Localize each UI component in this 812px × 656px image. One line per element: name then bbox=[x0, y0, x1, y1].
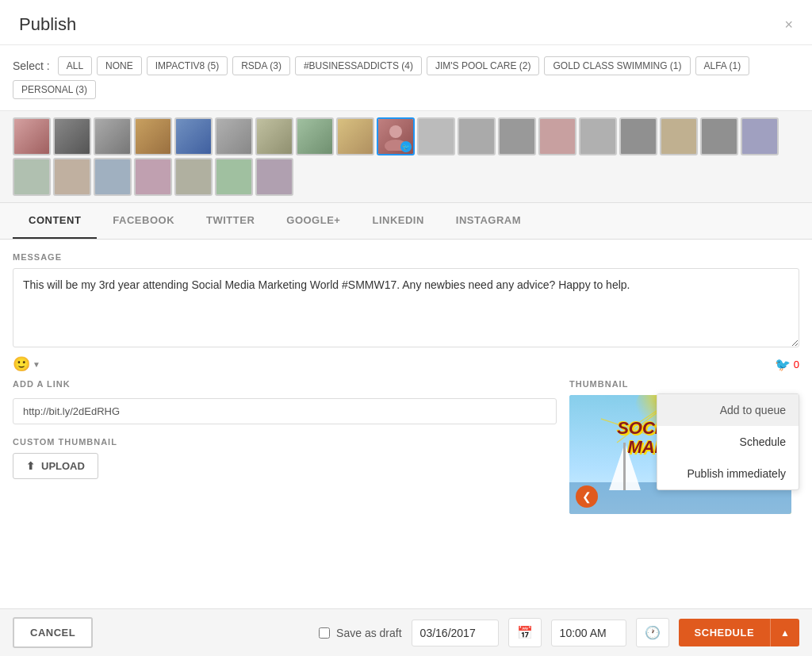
char-count: 0 bbox=[794, 359, 799, 370]
select-bar: Select : ALL NONE IMPACTIV8 (5) RSDA (3)… bbox=[0, 45, 812, 111]
avatar-5[interactable] bbox=[174, 117, 213, 155]
add-link-label: ADD A LINK bbox=[13, 379, 557, 389]
date-input[interactable] bbox=[412, 620, 499, 646]
schedule-dropdown-toggle[interactable]: ▲ bbox=[770, 619, 799, 646]
avatar-14[interactable] bbox=[538, 117, 576, 155]
select-alfa[interactable]: ALFA (1) bbox=[695, 56, 750, 75]
thumbnail-label: THUMBNAIL bbox=[569, 379, 799, 389]
two-col-layout: ADD A LINK CUSTOM THUMBNAIL ⬆ UPLOAD THU… bbox=[13, 379, 799, 514]
tab-google-plus[interactable]: GOOGLE+ bbox=[270, 203, 356, 239]
emoji-toolbar: 🙂 ▼ 🐦 0 bbox=[13, 355, 799, 373]
avatar-21[interactable] bbox=[53, 158, 91, 196]
select-none[interactable]: NONE bbox=[97, 56, 142, 75]
avatar-24[interactable] bbox=[174, 158, 213, 196]
upload-button[interactable]: ⬆ UPLOAD bbox=[13, 453, 98, 479]
avatar-7[interactable] bbox=[255, 117, 293, 155]
tab-instagram[interactable]: INSTAGRAM bbox=[440, 203, 537, 239]
thumbnail-area: SOCIAL MEDIAMARKETING ❮ Add to queue Sch… bbox=[569, 395, 799, 514]
avatar-15[interactable] bbox=[579, 117, 617, 155]
modal-header: Publish × bbox=[0, 0, 812, 45]
select-rsda[interactable]: RSDA (3) bbox=[232, 56, 290, 75]
tab-content[interactable]: CONTENT bbox=[13, 203, 97, 239]
save-draft-wrap: Save as draft bbox=[319, 627, 402, 639]
right-column: THUMBNAIL bbox=[569, 379, 799, 514]
avatar-1[interactable] bbox=[13, 117, 51, 155]
time-input[interactable] bbox=[551, 620, 626, 646]
modal-title: Publish bbox=[19, 14, 76, 35]
svg-point-0 bbox=[389, 125, 402, 138]
select-impactiv8[interactable]: IMPACTIV8 (5) bbox=[147, 56, 228, 75]
avatar-8[interactable] bbox=[296, 117, 334, 155]
tabs-bar: CONTENT FACEBOOK TWITTER GOOGLE+ LINKEDI… bbox=[0, 203, 812, 240]
left-column: ADD A LINK CUSTOM THUMBNAIL ⬆ UPLOAD bbox=[13, 379, 557, 514]
avatar-19[interactable] bbox=[741, 117, 779, 155]
avatar-2[interactable] bbox=[53, 117, 91, 155]
save-draft-label[interactable]: Save as draft bbox=[336, 627, 402, 639]
avatar-25[interactable] bbox=[215, 158, 253, 196]
avatar-10[interactable]: 🐦 bbox=[377, 117, 415, 155]
avatar-22[interactable] bbox=[94, 158, 132, 196]
avatar-16[interactable] bbox=[619, 117, 657, 155]
footer-bar: CANCEL Save as draft 📅 🕐 SCHEDULE ▲ bbox=[0, 608, 812, 656]
select-jims-pool-care[interactable]: JIM'S POOL CARE (2) bbox=[427, 56, 540, 75]
dropdown-add-to-queue[interactable]: Add to queue bbox=[657, 394, 799, 426]
schedule-dropdown-menu: Add to queue Schedule Publish immediatel… bbox=[657, 393, 799, 490]
char-counter: 🐦 0 bbox=[775, 357, 799, 372]
select-label: Select : bbox=[13, 59, 50, 72]
content-area: MESSAGE This will be my 3rd year attendi… bbox=[0, 240, 812, 520]
avatar-12[interactable] bbox=[458, 117, 496, 155]
tab-facebook[interactable]: FACEBOOK bbox=[97, 203, 190, 239]
thumbnail-prev-button[interactable]: ❮ bbox=[576, 485, 598, 508]
avatar-26[interactable] bbox=[255, 158, 293, 196]
emoji-dropdown-icon: ▼ bbox=[33, 360, 40, 369]
avatar-20[interactable] bbox=[13, 158, 51, 196]
schedule-button-group: SCHEDULE ▲ bbox=[679, 619, 799, 646]
link-input[interactable] bbox=[13, 398, 557, 424]
dropdown-publish-immediately[interactable]: Publish immediately bbox=[657, 458, 799, 489]
clock-icon-button[interactable]: 🕐 bbox=[636, 618, 669, 647]
cancel-button[interactable]: CANCEL bbox=[13, 617, 93, 648]
tab-twitter[interactable]: TWITTER bbox=[190, 203, 270, 239]
avatar-23[interactable] bbox=[134, 158, 172, 196]
avatar-18[interactable] bbox=[700, 117, 738, 155]
avatar-3[interactable] bbox=[94, 117, 132, 155]
tab-linkedin[interactable]: LINKEDIN bbox=[356, 203, 439, 239]
select-all[interactable]: ALL bbox=[58, 56, 92, 75]
dropdown-schedule[interactable]: Schedule bbox=[657, 426, 799, 458]
avatar-9[interactable] bbox=[336, 117, 374, 155]
smiley-icon: 🙂 bbox=[13, 355, 30, 373]
calendar-icon-button[interactable]: 📅 bbox=[508, 618, 542, 647]
twitter-badge: 🐦 bbox=[400, 141, 412, 152]
emoji-button[interactable]: 🙂 ▼ bbox=[13, 355, 40, 373]
custom-thumbnail-label: CUSTOM THUMBNAIL bbox=[13, 437, 557, 447]
save-draft-checkbox[interactable] bbox=[319, 627, 330, 639]
avatar-6[interactable] bbox=[215, 117, 253, 155]
message-textarea[interactable]: This will be my 3rd year attending Socia… bbox=[13, 268, 799, 347]
avatar-4[interactable] bbox=[134, 117, 172, 155]
message-label: MESSAGE bbox=[13, 252, 799, 262]
select-gold-class[interactable]: GOLD CLASS SWIMMING (1) bbox=[544, 56, 690, 75]
twitter-icon: 🐦 bbox=[775, 357, 791, 372]
select-businessaddicts[interactable]: #BUSINESSADDICTS (4) bbox=[295, 56, 422, 75]
close-button[interactable]: × bbox=[784, 17, 793, 32]
avatar-strip: 🐦 bbox=[0, 111, 812, 203]
avatar-11[interactable] bbox=[417, 117, 455, 155]
avatar-13[interactable] bbox=[498, 117, 536, 155]
modal-container: Publish × Select : ALL NONE IMPACTIV8 (5… bbox=[0, 0, 812, 656]
avatar-17[interactable] bbox=[660, 117, 698, 155]
schedule-button[interactable]: SCHEDULE bbox=[679, 619, 771, 646]
upload-label: UPLOAD bbox=[41, 460, 85, 472]
upload-icon: ⬆ bbox=[26, 460, 35, 472]
select-personal[interactable]: PERSONAL (3) bbox=[13, 80, 96, 99]
